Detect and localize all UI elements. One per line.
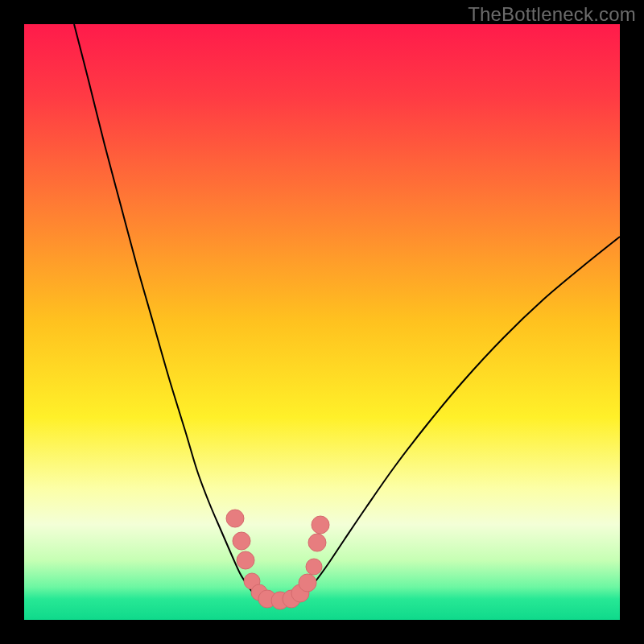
data-marker	[308, 534, 326, 551]
data-marker	[233, 532, 250, 550]
data-marker	[312, 516, 329, 534]
chart-frame: TheBottleneck.com	[0, 0, 644, 644]
bottleneck-curve	[74, 24, 620, 601]
marker-group	[226, 510, 329, 609]
data-marker	[299, 574, 316, 592]
data-marker	[226, 510, 244, 527]
data-marker	[306, 559, 322, 575]
data-marker	[237, 551, 254, 569]
curve-layer	[24, 24, 620, 620]
watermark-text: TheBottleneck.com	[468, 3, 636, 26]
plot-area	[24, 24, 620, 620]
